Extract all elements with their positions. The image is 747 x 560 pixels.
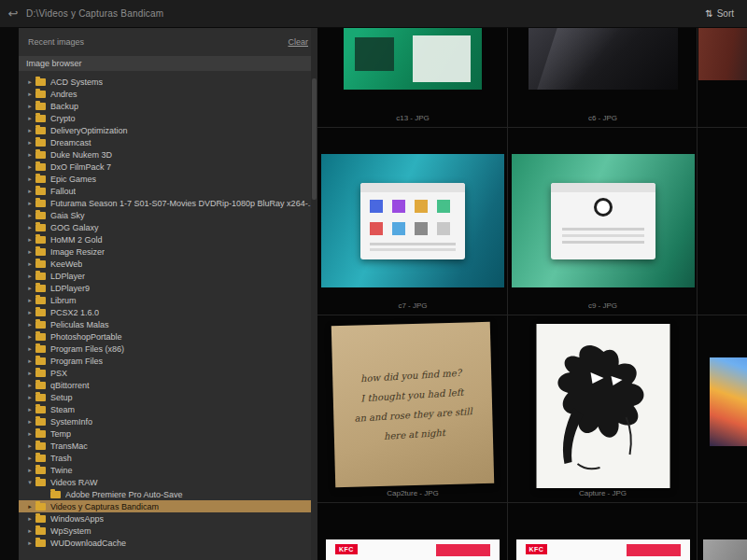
- folder-tree-item[interactable]: ▸ Twine: [19, 464, 317, 476]
- thumbnail-grid[interactable]: c13 - JPG c6 - JPG c7 - JPG c9 - JPG: [317, 28, 747, 560]
- thumbnail-image-partial[interactable]: [703, 539, 747, 560]
- folder-tree-item[interactable]: ▸ Steam: [19, 403, 317, 415]
- thumbnail-image-partial[interactable]: [698, 28, 747, 80]
- folder-tree-item[interactable]: ▸ Program Files: [19, 355, 317, 367]
- expand-arrow-icon[interactable]: ▸: [26, 78, 34, 86]
- expand-arrow-icon[interactable]: ▸: [26, 127, 34, 134]
- expand-arrow-icon[interactable]: ▸: [26, 236, 34, 244]
- folder-tree-item[interactable]: ▸ Setup: [19, 391, 317, 403]
- thumbnail-cell[interactable]: [698, 315, 747, 503]
- image-browser-header[interactable]: Image browser: [19, 56, 317, 71]
- folder-tree-item[interactable]: ▸ Epic Games: [19, 173, 317, 185]
- folder-tree-item[interactable]: ▸ LDPlayer9: [19, 282, 317, 294]
- folder-tree-item[interactable]: Adobe Premiere Pro Auto-Save: [19, 488, 317, 500]
- expand-arrow-icon[interactable]: ▸: [26, 430, 34, 438]
- thumbnail-cell[interactable]: c13 - JPG: [317, 28, 508, 128]
- expand-arrow-icon[interactable]: ▸: [26, 539, 34, 547]
- thumbnail-cell[interactable]: Capture - JPG: [508, 315, 698, 503]
- folder-tree-item[interactable]: ▸ Temp: [19, 427, 317, 440]
- thumbnail-image-cap2ture[interactable]: how did you find me? I thought you had l…: [331, 322, 494, 487]
- folder-tree-item[interactable]: ▸ Program Files (x86): [19, 343, 317, 355]
- expand-arrow-icon[interactable]: ▸: [26, 442, 34, 450]
- folder-tree-item[interactable]: ▸ Gaia Sky: [19, 209, 317, 221]
- thumbnail-cell[interactable]: KFC: [508, 503, 698, 560]
- folder-tree-item[interactable]: ▸ HoMM 2 Gold: [19, 233, 317, 245]
- thumbnail-image-c9[interactable]: [512, 154, 695, 287]
- thumbnail-image-c6[interactable]: [529, 28, 678, 90]
- folder-tree-item[interactable]: ▸ SystemInfo: [19, 415, 317, 427]
- folder-tree-item[interactable]: ▸ Andres: [19, 88, 317, 100]
- thumbnail-cell[interactable]: how did you find me? I thought you had l…: [317, 315, 508, 503]
- thumbnail-cell[interactable]: [698, 128, 747, 315]
- expand-arrow-icon[interactable]: ▸: [26, 309, 34, 316]
- expand-arrow-icon[interactable]: ▸: [26, 188, 34, 195]
- thumbnail-image-kfc[interactable]: KFC: [326, 539, 500, 560]
- folder-tree-item[interactable]: ▸ TransMac: [19, 440, 317, 452]
- expand-arrow-icon[interactable]: ▸: [26, 273, 34, 280]
- folder-tree-item[interactable]: ▸ KeeWeb: [19, 258, 317, 270]
- thumbnail-image-c13[interactable]: [344, 28, 482, 90]
- folder-tree-item[interactable]: ▾ Videos RAW: [19, 476, 317, 488]
- sidebar-scrollbar-thumb[interactable]: [312, 78, 317, 200]
- folder-tree-item[interactable]: ▸ PCSX2 1.6.0: [19, 306, 317, 318]
- folder-tree-item[interactable]: ▸ ACD Systems: [19, 76, 317, 88]
- expand-arrow-icon[interactable]: ▸: [26, 321, 34, 329]
- expand-arrow-icon[interactable]: ▸: [26, 200, 34, 207]
- thumbnail-cell[interactable]: c9 - JPG: [508, 128, 698, 315]
- thumbnail-cell[interactable]: c7 - JPG: [317, 128, 508, 315]
- folder-tree-item[interactable]: ▸ Videos y Capturas Bandicam: [19, 500, 317, 512]
- expand-arrow-icon[interactable]: ▸: [26, 115, 34, 122]
- expand-arrow-icon[interactable]: ▸: [26, 248, 34, 256]
- sort-button[interactable]: ⇅ Sort: [705, 8, 734, 19]
- folder-tree-item[interactable]: ▸ LDPlayer: [19, 270, 317, 282]
- thumbnail-image-capture[interactable]: [536, 324, 669, 488]
- thumbnail-cell[interactable]: KFC: [317, 503, 508, 560]
- expand-arrow-icon[interactable]: ▸: [26, 345, 34, 353]
- expand-arrow-icon[interactable]: ▸: [26, 139, 34, 147]
- thumbnail-image-partial[interactable]: [710, 357, 747, 446]
- expand-arrow-icon[interactable]: ▸: [26, 163, 34, 171]
- expand-arrow-icon[interactable]: ▸: [26, 418, 34, 426]
- expand-arrow-icon[interactable]: ▸: [26, 212, 34, 219]
- folder-tree-item[interactable]: ▸ Trash: [19, 452, 317, 464]
- expand-arrow-icon[interactable]: ▸: [26, 224, 34, 231]
- folder-tree-item[interactable]: ▸ Librum: [19, 294, 317, 306]
- expand-arrow-icon[interactable]: ▸: [26, 515, 34, 523]
- expand-arrow-icon[interactable]: ▸: [26, 260, 34, 268]
- breadcrumb[interactable]: D:\Videos y Capturas Bandicam: [26, 8, 163, 19]
- folder-tree-item[interactable]: ▸ DxO FilmPack 7: [19, 161, 317, 173]
- folder-tree-item[interactable]: ▸ GOG Galaxy: [19, 221, 317, 233]
- folder-tree-item[interactable]: ▸ Crypto: [19, 112, 317, 124]
- expand-arrow-icon[interactable]: ▸: [26, 406, 34, 413]
- folder-tree-item[interactable]: ▸ PhotoshopPortable: [19, 330, 317, 343]
- folder-tree-item[interactable]: ▸ PSX: [19, 367, 317, 379]
- folder-tree-item[interactable]: ▸ Duke Nukem 3D: [19, 148, 317, 161]
- folder-tree-item[interactable]: ▸ Backup: [19, 100, 317, 112]
- thumbnail-cell[interactable]: c6 - JPG: [508, 28, 698, 128]
- sidebar-scrollbar[interactable]: [311, 28, 317, 560]
- folder-tree-item[interactable]: ▸ DeliveryOptimization: [19, 124, 317, 136]
- expand-arrow-icon[interactable]: ▸: [26, 527, 34, 535]
- expand-arrow-icon[interactable]: ▸: [26, 285, 34, 292]
- folder-tree-item[interactable]: ▸ WindowsApps: [19, 512, 317, 525]
- expand-arrow-icon[interactable]: ▸: [26, 382, 34, 389]
- folder-tree-item[interactable]: ▸ Futurama Season 1-7 S01-S07-Movies DVD…: [19, 197, 317, 209]
- expand-arrow-icon[interactable]: ▸: [26, 455, 34, 462]
- expand-arrow-icon[interactable]: ▸: [26, 297, 34, 304]
- back-icon[interactable]: ↩: [0, 7, 26, 21]
- expand-arrow-icon[interactable]: ▸: [26, 394, 34, 401]
- expand-arrow-icon[interactable]: ▸: [26, 151, 34, 159]
- thumbnail-cell[interactable]: [698, 28, 747, 128]
- expand-arrow-icon[interactable]: ▸: [26, 357, 34, 365]
- folder-tree-item[interactable]: ▸ Image Resizer: [19, 245, 317, 258]
- expand-arrow-icon[interactable]: ▸: [26, 503, 34, 511]
- folder-tree-item[interactable]: ▸ Fallout: [19, 185, 317, 197]
- expand-arrow-icon[interactable]: ▸: [26, 370, 34, 377]
- expand-arrow-icon[interactable]: ▸: [26, 91, 34, 98]
- clear-button[interactable]: Clear: [288, 37, 308, 47]
- expand-arrow-icon[interactable]: ▾: [26, 479, 34, 486]
- folder-tree-item[interactable]: ▸ WUDownloadCache: [19, 537, 317, 549]
- thumbnail-cell[interactable]: [698, 503, 747, 560]
- folder-tree-item[interactable]: ▸ qBittorrent: [19, 379, 317, 391]
- expand-arrow-icon[interactable]: ▸: [26, 103, 34, 110]
